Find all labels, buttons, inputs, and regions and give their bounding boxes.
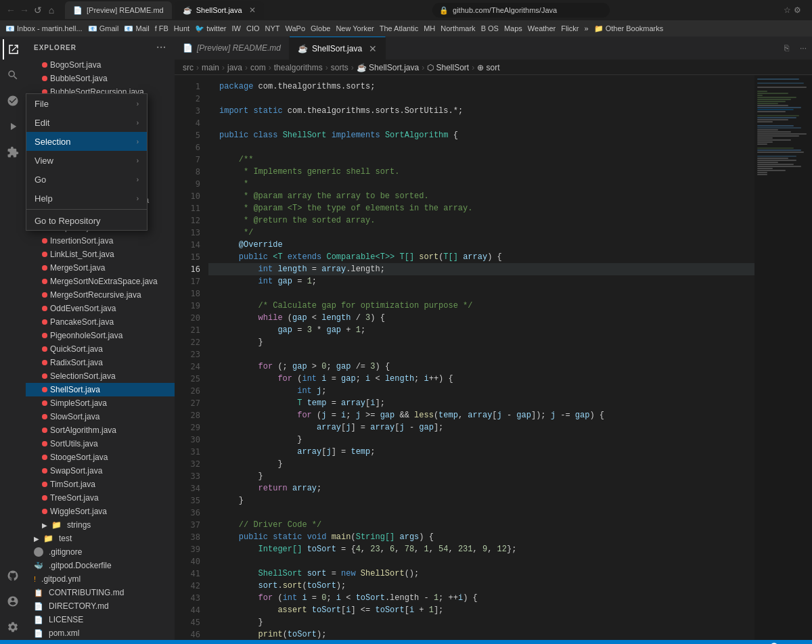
bookmark-bos[interactable]: B OS	[481, 24, 499, 32]
tree-item-timsort[interactable]: TimSort.java	[26, 478, 175, 491]
star-icon[interactable]: ☆	[784, 5, 791, 15]
tree-item-swapsort[interactable]: SwapSort.java	[26, 464, 175, 478]
menu-label-view: View	[35, 156, 53, 166]
bookmark-cio[interactable]: CIO	[246, 24, 260, 32]
browser-tab-shellsort[interactable]: ☕ ShellSort.java ✕	[175, 1, 264, 19]
activity-icon-search[interactable]	[3, 65, 23, 85]
bookmark-twitter[interactable]: 🐦 twitter	[195, 24, 226, 33]
breadcrumb-item-shellsortclass[interactable]: ⬡ ShellSort	[427, 63, 469, 72]
nav-home-btn[interactable]: ⌂	[46, 5, 57, 16]
editor-tab-preview-readme[interactable]: 📄 [Preview] README.md	[175, 37, 290, 60]
bookmark-nyt[interactable]: NYT	[265, 24, 280, 32]
nav-refresh-btn[interactable]: ↺	[32, 5, 43, 16]
tab-close-shellsort[interactable]: ✕	[249, 5, 256, 15]
bookmark-gmail[interactable]: 📧 Gmail	[88, 24, 119, 33]
activity-icon-extensions[interactable]	[3, 142, 23, 162]
menu-item-selection[interactable]: Selection ›	[26, 132, 147, 151]
bookmark-fb[interactable]: f FB	[155, 24, 168, 32]
tree-item-simplesort[interactable]: SimpleSort.java	[26, 396, 175, 410]
breadcrumb-item-sorts[interactable]: sorts	[331, 63, 348, 72]
editor-more-btn[interactable]: ···	[794, 43, 812, 53]
nav-back-btn[interactable]: ←	[5, 5, 16, 16]
tree-item-gitpod-yml[interactable]: ! .gitpod.yml	[26, 572, 175, 586]
tree-item-gitpod-dockerfile[interactable]: 🐳 .gitpod.Dockerfile	[26, 559, 175, 572]
bookmark-wapo[interactable]: WaPo	[286, 24, 306, 32]
menu-item-edit[interactable]: Edit ›	[26, 113, 147, 132]
browser-tab-preview-readme[interactable]: 📄 [Preview] README.md	[65, 1, 172, 19]
breadcrumb-item-main[interactable]: main	[202, 63, 219, 72]
tab-close-btn-shellsort[interactable]: ✕	[369, 43, 377, 54]
modified-dot	[42, 414, 47, 419]
tree-item-sortutils[interactable]: SortUtils.java	[26, 437, 175, 451]
activity-icon-source-control[interactable]	[3, 91, 23, 111]
activity-icon-run[interactable]	[3, 116, 23, 137]
extensions-icon[interactable]: ⚙	[794, 5, 801, 15]
bookmark-northmark[interactable]: Northmark	[441, 24, 475, 32]
tree-item-test-folder[interactable]: ▶ 📁 test	[26, 532, 175, 545]
tree-item-linklist[interactable]: LinkList_Sort.java	[26, 248, 175, 261]
bookmark-atlantic[interactable]: The Atlantic	[380, 24, 418, 32]
tree-item-bubblesort[interactable]: BubbleSort.java	[26, 72, 175, 85]
tree-item-radixsort[interactable]: RadixSort.java	[26, 356, 175, 369]
tree-item-mergesort[interactable]: MergeSort.java	[26, 261, 175, 275]
tree-item-treesort[interactable]: TreeSort.java	[26, 491, 175, 505]
editor-tab-shellsort[interactable]: ☕ ShellSort.java ✕	[290, 37, 386, 60]
tree-item-insertionsort[interactable]: InsertionSort.java	[26, 234, 175, 248]
tree-item-license[interactable]: 📄 LICENSE	[26, 613, 175, 626]
bookmark-mail[interactable]: 📧 Mail	[124, 24, 149, 33]
tree-item-contributing[interactable]: 📋 CONTRIBUTING.md	[26, 586, 175, 599]
tree-item-mergesortrecursive[interactable]: MergeSortRecursive.java	[26, 288, 175, 302]
activity-icon-account[interactable]	[3, 591, 23, 612]
breadcrumb-item-com[interactable]: com	[250, 63, 266, 72]
editor-layout-btn[interactable]: ⎘	[779, 43, 794, 53]
bookmark-mh[interactable]: MH	[424, 24, 435, 32]
tree-item-pancakesort[interactable]: PancakeSort.java	[26, 315, 175, 329]
tree-item-gitignore[interactable]: .gitignore	[26, 545, 175, 559]
code-content[interactable]: package com.thealgorithms.sorts; import …	[208, 75, 754, 640]
breadcrumb-item-sort-method[interactable]: ⊕ sort	[477, 63, 499, 72]
sidebar-more-btn[interactable]: ···	[156, 42, 166, 53]
bookmark-inbox[interactable]: 📧 Inbox - martin.hell...	[5, 24, 83, 33]
file-label: MergeSort.java	[50, 263, 105, 273]
tree-item-mergesortnoextra[interactable]: MergeSortNoExtraSpace.java	[26, 275, 175, 288]
bookmark-other[interactable]: 📁 Other Bookmarks	[594, 24, 664, 33]
bookmark-flickr[interactable]: Flickr	[561, 24, 579, 32]
menu-item-view[interactable]: View ›	[26, 151, 147, 170]
bookmark-more[interactable]: »	[584, 24, 588, 32]
menu-item-goto-repo[interactable]: Go to Repository	[26, 211, 147, 230]
address-bar[interactable]: 🔒 github.com/TheAlgorithms/Java	[432, 3, 609, 18]
tree-item-wigglesort[interactable]: WiggleSort.java	[26, 505, 175, 518]
tree-item-shellsort[interactable]: ShellSort.java	[26, 383, 175, 396]
tree-item-directory[interactable]: 📄 DIRECTORY.md	[26, 599, 175, 613]
breadcrumb-item-java[interactable]: java	[227, 63, 242, 72]
tree-item-sortalgorithm[interactable]: SortAlgorithm.java	[26, 423, 175, 437]
nav-forward-btn[interactable]: →	[19, 5, 30, 16]
bookmark-iw[interactable]: IW	[232, 24, 241, 32]
menu-item-go[interactable]: Go ›	[26, 170, 147, 189]
tree-item-selectionsort[interactable]: SelectionSort.java	[26, 369, 175, 383]
tree-item-bogosort[interactable]: BogoSort.java	[26, 58, 175, 72]
submenu-chevron-go: ›	[137, 176, 139, 183]
bookmark-maps[interactable]: Maps	[504, 24, 522, 32]
breadcrumb-item-src[interactable]: src	[183, 63, 194, 72]
tree-item-oddevensort[interactable]: OddEvenSort.java	[26, 302, 175, 315]
activity-icon-github[interactable]	[3, 566, 23, 586]
activity-icon-settings[interactable]	[3, 617, 23, 637]
menu-item-file[interactable]: File ›	[26, 94, 147, 113]
breadcrumb-item-shellsortjava[interactable]: ☕ ShellSort.java	[357, 63, 419, 72]
code-editor[interactable]: 12345 678910 1112131415 1617181920 21222…	[175, 75, 812, 640]
bookmark-hunt[interactable]: Hunt	[174, 24, 189, 32]
bookmark-newyorker[interactable]: New Yorker	[336, 24, 374, 32]
bookmark-globe[interactable]: Globe	[311, 24, 330, 32]
bookmark-weather[interactable]: Weather	[528, 24, 556, 32]
activity-icon-explorer[interactable]	[3, 39, 23, 60]
tree-item-strings-folder[interactable]: ▶ 📁 strings	[26, 518, 175, 532]
tree-item-slowsort[interactable]: SlowSort.java	[26, 410, 175, 423]
tree-item-stoogesort[interactable]: StoogeSort.java	[26, 451, 175, 464]
breadcrumb-item-thealgorithms[interactable]: thealgorithms	[274, 63, 323, 72]
tree-item-pigeonholesort[interactable]: PigeonholeSort.java	[26, 329, 175, 342]
menu-item-help[interactable]: Help ›	[26, 189, 147, 208]
tree-item-pom-xml[interactable]: 📄 pom.xml	[26, 626, 175, 640]
file-label: BubbleSort.java	[50, 74, 108, 83]
tree-item-quicksort[interactable]: QuickSort.java	[26, 342, 175, 356]
